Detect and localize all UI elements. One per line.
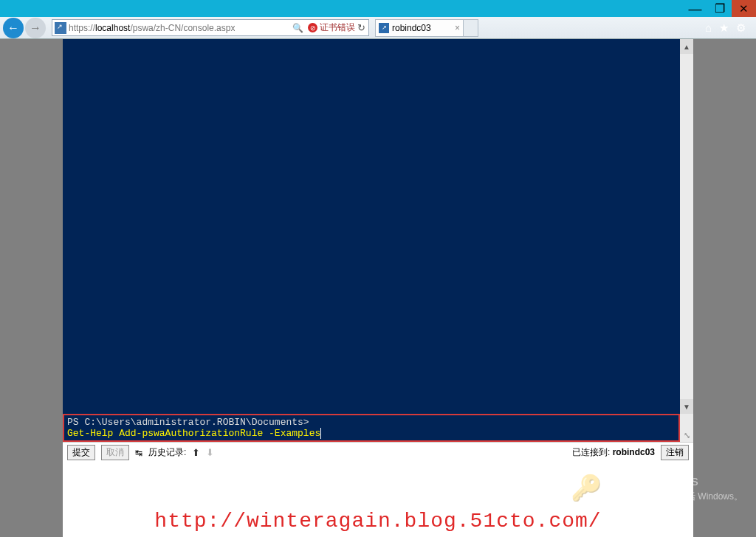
- cert-error-icon: ⊘: [308, 23, 317, 32]
- home-icon[interactable]: ⌂: [705, 21, 712, 35]
- refresh-button[interactable]: ↻: [357, 22, 365, 33]
- scroll-down-button[interactable]: ▼: [680, 399, 693, 414]
- submit-button[interactable]: 提交: [67, 445, 95, 460]
- browser-tab[interactable]: ↗ robindc03 ×: [375, 19, 464, 37]
- powershell-command-input[interactable]: Get-Help Add-pswaAuthorizationRule -Exam…: [67, 428, 676, 439]
- new-tab-button[interactable]: [464, 19, 478, 37]
- address-bar[interactable]: https://localhost/pswa/zh-CN/console.asp…: [52, 19, 369, 36]
- site-icon: [55, 22, 66, 34]
- tab-completion-icon[interactable]: ↹: [135, 448, 142, 458]
- cancel-button[interactable]: 取消: [101, 445, 129, 460]
- url-host: localhost: [95, 23, 130, 33]
- tab-favicon: ↗: [379, 23, 389, 33]
- history-up-button[interactable]: ⬆: [192, 447, 200, 458]
- nav-forward-button[interactable]: →: [25, 18, 46, 38]
- history-down-button[interactable]: ⬇: [206, 447, 214, 458]
- history-label: 历史记录:: [148, 446, 186, 459]
- address-text: https://localhost/pswa/zh-CN/console.asp…: [69, 23, 235, 33]
- powershell-input-wrap: PS C:\Users\administrator.ROBIN\Document…: [63, 414, 693, 442]
- browser-tools: ⌂ ★ ⚙: [705, 21, 753, 35]
- logout-button[interactable]: 注销: [661, 445, 689, 460]
- connection-status: 已连接到: robindc03: [572, 446, 655, 459]
- favorites-icon[interactable]: ★: [719, 21, 729, 35]
- window-titlebar: — ❐ ✕: [0, 0, 756, 17]
- powershell-output-pane[interactable]: ▲ ▼: [63, 39, 693, 414]
- browser-toolbar: ← → https://localhost/pswa/zh-CN/console…: [0, 17, 756, 39]
- powershell-prompt: PS C:\Users\administrator.ROBIN\Document…: [67, 417, 676, 428]
- tab-strip: ↗ robindc03 ×: [375, 19, 478, 37]
- powershell-input-area[interactable]: PS C:\Users\administrator.ROBIN\Document…: [63, 414, 680, 442]
- tab-title: robindc03: [392, 23, 431, 33]
- url-scheme: https://: [69, 23, 95, 33]
- pswa-app: ▲ ▼ PS C:\Users\administrator.ROBIN\Docu…: [63, 39, 693, 537]
- resize-handle[interactable]: ⤡: [680, 414, 693, 442]
- arrow-right-icon: →: [30, 21, 41, 35]
- window-minimize-button[interactable]: —: [683, 0, 707, 17]
- pswa-toolbar: 提交 取消 ↹ 历史记录: ⬆ ⬇ 已连接到: robindc03 注销: [63, 442, 693, 462]
- maximize-icon: ❐: [715, 1, 725, 15]
- nav-back-button[interactable]: ←: [3, 18, 24, 38]
- arrow-left-icon: ←: [7, 21, 19, 35]
- window-close-button[interactable]: ✕: [732, 0, 756, 17]
- tab-close-button[interactable]: ×: [455, 23, 460, 33]
- close-icon: ✕: [739, 2, 749, 15]
- scroll-up-button[interactable]: ▲: [680, 39, 693, 54]
- cert-error-label[interactable]: 证书错误: [320, 21, 355, 34]
- browser-viewport: ▲ ▼ PS C:\Users\administrator.ROBIN\Docu…: [0, 39, 756, 537]
- url-path: /pswa/zh-CN/console.aspx: [130, 23, 235, 33]
- window-maximize-button[interactable]: ❐: [707, 0, 732, 17]
- search-icon[interactable]: 🔍: [292, 23, 303, 33]
- settings-gear-icon[interactable]: ⚙: [736, 21, 746, 35]
